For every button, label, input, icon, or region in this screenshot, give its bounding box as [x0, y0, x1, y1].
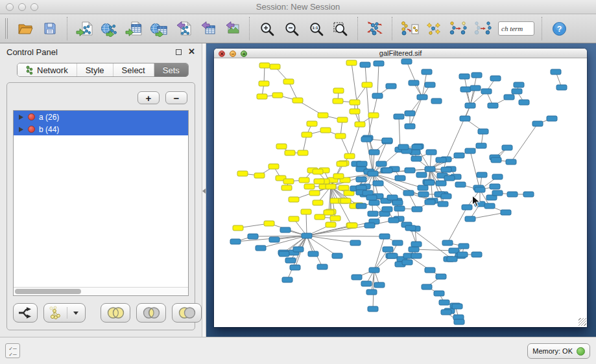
- zoom-out-icon[interactable]: [281, 19, 301, 38]
- graph-node-blue[interactable]: [360, 62, 370, 67]
- graph-node-blue[interactable]: [369, 267, 379, 273]
- graph-node-yellow[interactable]: [270, 64, 280, 69]
- graph-node-blue[interactable]: [387, 253, 398, 258]
- graph-node-yellow[interactable]: [268, 164, 279, 169]
- graph-node-blue[interactable]: [411, 156, 422, 161]
- network-canvas[interactable]: [214, 58, 587, 326]
- graph-node-blue[interactable]: [416, 172, 427, 177]
- graph-node-blue[interactable]: [356, 203, 366, 209]
- graph-node-blue[interactable]: [501, 210, 511, 215]
- graph-node-blue[interactable]: [364, 223, 375, 228]
- graph-node-yellow[interactable]: [292, 98, 303, 103]
- network-graph[interactable]: [214, 58, 587, 326]
- graph-node-blue[interactable]: [492, 174, 503, 179]
- graph-node-blue[interactable]: [403, 190, 414, 196]
- import-network-file-icon[interactable]: [75, 19, 94, 38]
- graph-node-blue[interactable]: [280, 227, 291, 233]
- graph-node-blue[interactable]: [512, 89, 522, 94]
- graph-node-blue[interactable]: [556, 85, 567, 90]
- graph-node-yellow[interactable]: [339, 185, 349, 190]
- graph-node-yellow[interactable]: [302, 132, 312, 137]
- graph-node-blue[interactable]: [361, 281, 372, 286]
- graph-node-blue[interactable]: [379, 234, 390, 239]
- graph-node-blue[interactable]: [439, 300, 449, 305]
- open-session-icon[interactable]: [16, 19, 35, 38]
- graph-node-blue[interactable]: [256, 245, 266, 251]
- graph-node-blue[interactable]: [361, 137, 372, 142]
- graph-node-yellow[interactable]: [350, 109, 360, 114]
- graph-node-yellow[interactable]: [344, 154, 355, 159]
- graph-node-blue[interactable]: [441, 310, 451, 315]
- graph-node-blue[interactable]: [490, 76, 501, 81]
- graph-node-yellow[interactable]: [283, 179, 294, 184]
- graph-node-blue[interactable]: [422, 69, 432, 74]
- graph-node-blue[interactable]: [426, 150, 436, 155]
- graph-node-blue[interactable]: [317, 264, 328, 269]
- graph-node-blue[interactable]: [279, 251, 289, 256]
- graph-node-yellow[interactable]: [362, 82, 372, 87]
- graph-node-yellow[interactable]: [285, 150, 295, 155]
- graph-node-blue[interactable]: [382, 168, 392, 173]
- graph-node-yellow[interactable]: [289, 216, 299, 222]
- zoom-fit-icon[interactable]: [331, 19, 350, 38]
- graph-node-blue[interactable]: [507, 192, 518, 197]
- graph-node-blue[interactable]: [425, 267, 435, 273]
- graph-node-yellow[interactable]: [283, 79, 294, 84]
- tab-network[interactable]: Network: [18, 63, 77, 76]
- graph-node-blue[interactable]: [418, 185, 428, 190]
- set-list-item[interactable]: a (26): [14, 111, 188, 123]
- zoom-actual-icon[interactable]: 1:1: [306, 19, 326, 38]
- graph-node-yellow[interactable]: [289, 197, 299, 202]
- graph-node-blue[interactable]: [269, 237, 280, 242]
- graph-node-yellow[interactable]: [254, 173, 265, 178]
- graph-node-blue[interactable]: [476, 143, 486, 148]
- frame-minimize-icon[interactable]: −: [230, 51, 236, 57]
- graph-node-blue[interactable]: [491, 157, 501, 163]
- graph-node-blue[interactable]: [475, 201, 485, 207]
- toolbar-drag-handle[interactable]: [5, 18, 8, 39]
- float-panel-icon[interactable]: [176, 49, 182, 55]
- graph-node-blue[interactable]: [506, 159, 516, 165]
- graph-node-blue[interactable]: [374, 61, 384, 66]
- graph-node-blue[interactable]: [405, 111, 415, 116]
- graph-node-blue[interactable]: [282, 277, 292, 282]
- graph-node-yellow[interactable]: [326, 184, 336, 189]
- graph-node-yellow[interactable]: [304, 184, 315, 189]
- create-set-from-network-button[interactable]: [43, 303, 86, 323]
- graph-node-blue[interactable]: [492, 190, 503, 196]
- graph-node-blue[interactable]: [372, 93, 383, 98]
- graph-node-yellow[interactable]: [347, 223, 357, 228]
- diffusion-icon[interactable]: [473, 19, 493, 38]
- export-image-icon[interactable]: [222, 19, 242, 38]
- graph-node-blue[interactable]: [366, 290, 377, 295]
- graph-node-blue[interactable]: [475, 187, 485, 192]
- graph-node-blue[interactable]: [454, 153, 464, 158]
- graph-node-blue[interactable]: [444, 176, 455, 181]
- graph-node-blue[interactable]: [425, 166, 435, 172]
- graph-node-yellow[interactable]: [333, 88, 344, 93]
- import-table-file-icon[interactable]: [124, 19, 143, 38]
- graph-node-blue[interactable]: [418, 192, 429, 197]
- graph-node-yellow[interactable]: [298, 150, 308, 155]
- graph-node-blue[interactable]: [452, 304, 462, 309]
- tab-select[interactable]: Select: [113, 63, 154, 76]
- remove-set-button[interactable]: −: [165, 91, 187, 104]
- disclosure-triangle-icon[interactable]: [19, 127, 23, 132]
- zoom-in-icon[interactable]: [257, 19, 276, 38]
- graph-node-yellow[interactable]: [318, 113, 328, 118]
- difference-button[interactable]: [172, 303, 202, 323]
- graph-node-blue[interactable]: [230, 239, 241, 244]
- graph-node-blue[interactable]: [478, 129, 488, 134]
- graph-node-yellow[interactable]: [355, 122, 365, 127]
- graph-node-yellow[interactable]: [313, 169, 323, 174]
- graph-node-yellow[interactable]: [335, 133, 346, 139]
- graph-node-blue[interactable]: [455, 182, 466, 187]
- graph-node-blue[interactable]: [352, 275, 362, 280]
- graph-node-blue[interactable]: [401, 59, 412, 64]
- graph-node-blue[interactable]: [248, 234, 258, 239]
- graph-node-blue[interactable]: [471, 73, 482, 78]
- graph-node-blue[interactable]: [392, 240, 403, 245]
- graph-node-blue[interactable]: [376, 161, 387, 166]
- graph-node-blue[interactable]: [368, 171, 378, 176]
- graph-node-blue[interactable]: [532, 121, 543, 126]
